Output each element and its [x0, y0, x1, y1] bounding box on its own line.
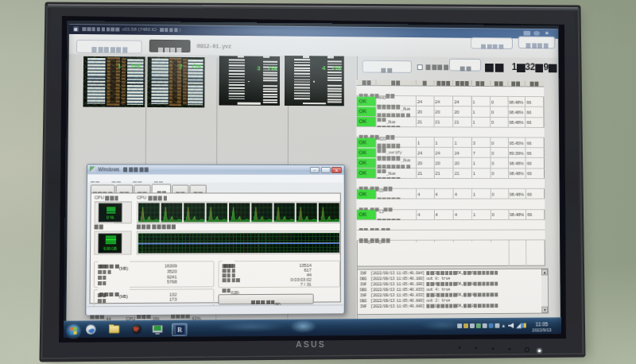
svg-text:ASUS: ASUS	[296, 339, 326, 349]
